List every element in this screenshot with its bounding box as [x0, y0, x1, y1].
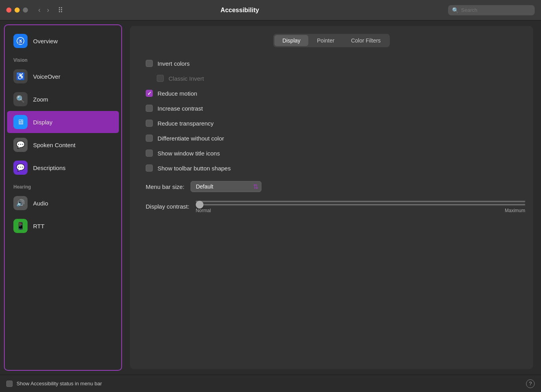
- status-bar-label: Show Accessibility status in menu bar: [17, 381, 102, 386]
- menubar-row: Menu bar size: Default Large ⇅: [146, 175, 525, 194]
- sidebar-item-display[interactable]: 🖥 Display: [7, 111, 119, 133]
- classic-invert-checkbox[interactable]: [157, 75, 164, 82]
- reduce-transparency-row: Reduce transparency: [146, 116, 517, 130]
- descriptions-label: Descriptions: [33, 165, 66, 171]
- search-icon: 🔍: [452, 7, 459, 13]
- window-title-icons-row: Show window title icons: [146, 146, 517, 160]
- display-icon: 🖥: [13, 115, 28, 129]
- menubar-select[interactable]: Default Large: [191, 181, 261, 192]
- traffic-lights: [6, 7, 28, 13]
- main-content: ♿ Overview Vision ♿ VoiceOver 🔍 Zoom 🖥 D…: [0, 20, 541, 375]
- menubar-size-label: Menu bar size:: [146, 183, 184, 190]
- tab-display[interactable]: Display: [274, 35, 308, 46]
- rtt-icon: 📱: [13, 219, 28, 233]
- reduce-motion-checkbox[interactable]: ✓: [146, 90, 153, 97]
- sidebar-item-audio[interactable]: 🔊 Audio: [7, 192, 119, 214]
- bottom-bar: Show Accessibility status in menu bar ?: [0, 375, 541, 392]
- titlebar: ‹ › ⠿ Accessibility 🔍: [0, 0, 541, 20]
- display-label: Display: [33, 119, 52, 126]
- hearing-section-label: Hearing: [5, 179, 121, 191]
- differentiate-label: Differentiate without color: [157, 135, 224, 142]
- classic-invert-label: Classic Invert: [169, 75, 204, 82]
- help-button[interactable]: ?: [526, 379, 535, 388]
- differentiate-checkbox[interactable]: [146, 135, 153, 142]
- right-content: Display Pointer Color Filters Invert col…: [122, 20, 541, 375]
- zoom-icon: 🔍: [13, 92, 28, 106]
- spoken-content-label: Spoken Content: [33, 142, 76, 148]
- contrast-label: Display contrast:: [146, 200, 189, 210]
- classic-invert-row: Classic Invert: [146, 72, 517, 85]
- toolbar-button-shapes-row: Show toolbar button shapes: [146, 161, 517, 175]
- sidebar-item-rtt[interactable]: 📱 RTT: [7, 215, 119, 237]
- sidebar-item-descriptions[interactable]: 💬 Descriptions: [7, 157, 119, 179]
- invert-colors-label: Invert colors: [157, 60, 190, 67]
- search-bar: 🔍: [448, 5, 535, 15]
- tab-color-filters[interactable]: Color Filters: [343, 35, 388, 46]
- contrast-row: Display contrast: Normal Maximum: [146, 194, 525, 220]
- voiceover-icon: ♿: [13, 69, 28, 83]
- reduce-motion-label: Reduce motion: [157, 90, 197, 97]
- window-title-icons-label: Show window title icons: [157, 150, 220, 157]
- svg-text:♿: ♿: [18, 39, 23, 44]
- voiceover-label: VoiceOver: [33, 73, 60, 80]
- increase-contrast-row: Increase contrast: [146, 102, 517, 115]
- overview-icon: ♿: [13, 34, 28, 48]
- audio-label: Audio: [33, 200, 48, 207]
- contrast-slider-track: [196, 204, 525, 205]
- spoken-content-icon: 💬: [13, 138, 28, 152]
- audio-icon: 🔊: [13, 196, 28, 210]
- sidebar: ♿ Overview Vision ♿ VoiceOver 🔍 Zoom 🖥 D…: [4, 24, 122, 371]
- minimize-button[interactable]: [15, 7, 20, 13]
- differentiate-row: Differentiate without color: [146, 131, 517, 145]
- status-bar-checkbox[interactable]: [6, 381, 13, 387]
- overview-label: Overview: [33, 38, 58, 44]
- sidebar-item-zoom[interactable]: 🔍 Zoom: [7, 88, 119, 110]
- tab-panel: Display Pointer Color Filters Invert col…: [130, 26, 533, 369]
- maximize-button[interactable]: [23, 7, 28, 13]
- reduce-transparency-checkbox[interactable]: [146, 120, 153, 127]
- toolbar-button-shapes-label: Show toolbar button shapes: [157, 165, 231, 172]
- settings-list: Invert colors Classic Invert ✓ Reduce mo…: [138, 57, 525, 175]
- contrast-slider[interactable]: [196, 201, 525, 202]
- rtt-label: RTT: [33, 223, 44, 229]
- menubar-select-wrapper: Default Large ⇅: [191, 181, 261, 192]
- contrast-slider-container: Normal Maximum: [196, 200, 525, 213]
- slider-normal-label: Normal: [196, 208, 211, 213]
- descriptions-icon: 💬: [13, 161, 28, 175]
- tab-pointer[interactable]: Pointer: [309, 35, 342, 46]
- sidebar-item-spoken-content[interactable]: 💬 Spoken Content: [7, 134, 119, 156]
- slider-labels: Normal Maximum: [196, 208, 525, 213]
- window-title: Accessibility: [36, 7, 443, 14]
- increase-contrast-label: Increase contrast: [157, 105, 203, 112]
- slider-maximum-label: Maximum: [505, 208, 525, 213]
- invert-colors-row: Invert colors: [146, 57, 517, 70]
- search-input[interactable]: [461, 7, 524, 13]
- close-button[interactable]: [6, 7, 11, 13]
- sidebar-item-voiceover[interactable]: ♿ VoiceOver: [7, 65, 119, 87]
- reduce-motion-row: ✓ Reduce motion: [146, 87, 517, 100]
- increase-contrast-checkbox[interactable]: [146, 105, 153, 112]
- reduce-transparency-label: Reduce transparency: [157, 120, 214, 127]
- checkmark-icon: ✓: [147, 91, 152, 96]
- tabs: Display Pointer Color Filters: [273, 34, 390, 47]
- window-title-icons-checkbox[interactable]: [146, 150, 153, 157]
- sidebar-item-overview[interactable]: ♿ Overview: [7, 30, 119, 52]
- zoom-label: Zoom: [33, 96, 48, 103]
- vision-section-label: Vision: [5, 53, 121, 65]
- toolbar-button-shapes-checkbox[interactable]: [146, 165, 153, 172]
- invert-colors-checkbox[interactable]: [146, 60, 153, 67]
